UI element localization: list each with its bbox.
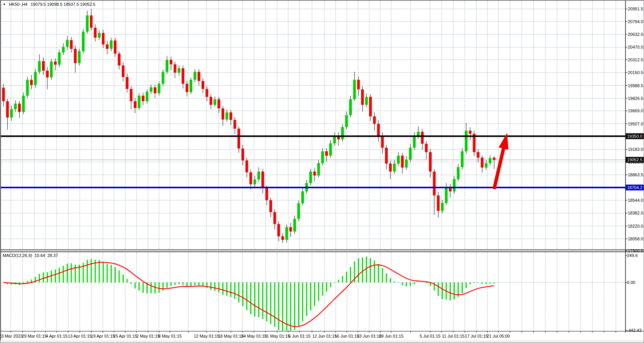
- candle-bullish: [22, 96, 25, 112]
- candle-bearish: [237, 128, 240, 148]
- candle-bearish: [377, 124, 380, 136]
- candle-bullish: [58, 52, 61, 65]
- time-axis-label: 6 Jun 01:15: [288, 334, 311, 338]
- time-axis-label: 21 Jul 05:00: [487, 334, 510, 338]
- price-axis-label: 18220.0: [628, 224, 643, 228]
- candle-bullish: [162, 72, 165, 84]
- candle-bearish: [74, 49, 77, 63]
- candle-bearish: [357, 80, 360, 90]
- candle-bearish: [261, 172, 264, 188]
- candle-bearish: [142, 96, 145, 101]
- mt4-chart-window: 20951.520794.020632.020470.020312.520150…: [0, 0, 644, 343]
- candle-bearish: [273, 212, 276, 224]
- chart-canvas[interactable]: 20951.520794.020632.020470.020312.520150…: [0, 0, 644, 343]
- candle-bullish: [317, 163, 320, 176]
- candle-bearish: [126, 77, 128, 89]
- macd-signal-line: [3, 262, 494, 327]
- price-axis-label: 18058.0: [628, 237, 643, 241]
- candle-bearish: [249, 172, 252, 184]
- candle-bullish: [301, 191, 304, 203]
- candle-bullish: [341, 127, 344, 139]
- candle-bearish: [102, 33, 104, 44]
- price-axis-label: 20312.5: [628, 57, 643, 62]
- candle-bullish: [10, 109, 13, 118]
- time-axis-label: 12 May 01:15: [194, 334, 220, 338]
- price-axis-label: 19669.0: [628, 108, 643, 113]
- candle-bullish: [190, 80, 192, 92]
- candle-bearish: [437, 195, 440, 211]
- time-axis-label: 5 Jul 01:15: [420, 334, 441, 338]
- candle-bearish: [266, 188, 268, 200]
- candle-bullish: [62, 47, 65, 52]
- candle-bearish: [134, 101, 136, 108]
- candle-bearish: [54, 61, 57, 64]
- candle-bullish: [445, 188, 447, 203]
- price-axis-label: 19988.5: [628, 83, 643, 88]
- window-bottom-strip: [0, 340, 644, 343]
- candle-bullish: [461, 151, 464, 167]
- candle-bullish: [78, 51, 81, 63]
- candle-bearish: [421, 132, 424, 144]
- candle-bullish: [14, 104, 17, 109]
- price-axis-label: 18863.5: [628, 172, 643, 177]
- candle-bearish: [269, 200, 272, 212]
- candle-bearish: [198, 72, 200, 81]
- symbol-dropdown-icon[interactable]: ▼: [3, 2, 6, 7]
- price-axis-badge-label: 18704.2: [627, 185, 642, 190]
- macd-axis-label: 249.6: [627, 253, 638, 258]
- time-axis-label: 18 May 01:15: [218, 334, 244, 338]
- candle-bearish: [90, 15, 92, 28]
- candle-bearish: [325, 151, 328, 155]
- time-axis-label: 11 Jul 01:15: [442, 334, 464, 338]
- candle-bullish: [98, 33, 101, 37]
- time-axis-label: 29 Mar 01:15: [22, 334, 47, 338]
- candle-bearish: [130, 89, 133, 101]
- candle-bearish: [281, 236, 284, 240]
- candle-bearish: [493, 158, 496, 160]
- time-axis-label: 31 May 01:15: [264, 334, 290, 338]
- macd-axis-label: -442.43: [627, 328, 641, 333]
- price-axis-label: 20470.0: [628, 45, 643, 49]
- candle-bullish: [214, 99, 216, 105]
- candle-bearish: [385, 148, 388, 164]
- candle-bullish: [146, 92, 148, 101]
- candle-bearish: [118, 54, 121, 66]
- candle-bullish: [257, 172, 260, 180]
- candle-bullish: [397, 155, 400, 164]
- macd-name: MACD(12,26,9): [3, 253, 32, 258]
- macd-axis-label: 0.00: [627, 280, 635, 285]
- candle-bullish: [417, 132, 420, 136]
- candle-bearish: [401, 155, 404, 167]
- candle-bearish: [469, 131, 471, 134]
- candle-bearish: [106, 44, 109, 49]
- candle-bullish: [309, 172, 312, 183]
- candle-bearish: [313, 172, 316, 176]
- price-axis-label: 19826.5: [628, 96, 643, 101]
- time-axis-label: 24 May 01:15: [241, 334, 267, 338]
- candle-bullish: [110, 41, 113, 49]
- trend-arrow[interactable]: [493, 133, 509, 189]
- candle-bearish: [182, 68, 184, 84]
- time-axis-label: 19 Apr 01:15: [91, 334, 115, 338]
- candle-bullish: [413, 136, 416, 148]
- price-axis-label: 18544.0: [628, 198, 643, 203]
- time-axis-label: 17 Jul 01:15: [465, 334, 488, 338]
- candle-bullish: [26, 80, 29, 96]
- candle-bullish: [166, 60, 168, 72]
- candle-bearish: [30, 80, 33, 85]
- candle-bearish: [210, 97, 212, 105]
- candle-bearish: [229, 112, 232, 120]
- candle-bullish: [285, 227, 288, 240]
- candle-bearish: [94, 28, 97, 38]
- chart-header: ▼ HK50-,H4 19079.5 19098.5 18937.5 19052…: [3, 2, 95, 7]
- candle-bearish: [389, 164, 392, 172]
- candle-bearish: [369, 97, 372, 116]
- time-axis-label: 2 May 01:15: [136, 334, 160, 338]
- candle-bearish: [46, 71, 49, 78]
- time-axis-label: 12 Jun 01:15: [312, 334, 337, 338]
- candle-bullish: [349, 99, 352, 115]
- candle-bullish: [457, 167, 459, 179]
- symbol-period-label: HK50-,H4: [9, 2, 27, 7]
- price-axis-badge-label: 19052.5: [627, 157, 642, 162]
- candle-bullish: [82, 32, 85, 51]
